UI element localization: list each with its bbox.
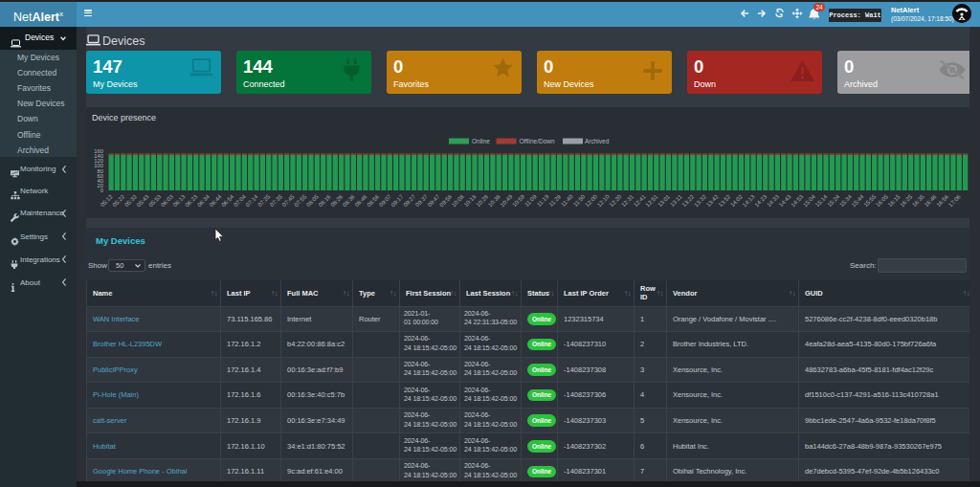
svg-text:16:25: 16:25 xyxy=(899,193,913,208)
svg-text:12:00: 12:00 xyxy=(584,193,598,208)
svg-text:05:12: 05:12 xyxy=(100,193,114,208)
svg-text:11:09: 11:09 xyxy=(523,193,538,208)
svg-text:12:41: 12:41 xyxy=(633,193,647,208)
svg-text:08:56: 08:56 xyxy=(366,193,380,208)
svg-text:07:25: 07:25 xyxy=(256,193,271,208)
svg-text:14:43: 14:43 xyxy=(778,193,792,208)
svg-text:07:14: 07:14 xyxy=(245,193,259,208)
svg-text:14:13: 14:13 xyxy=(742,193,756,208)
svg-text:Offline/Down: Offline/Down xyxy=(520,138,555,144)
svg-text:11:29: 11:29 xyxy=(548,193,563,208)
svg-text:15:14: 15:14 xyxy=(814,193,829,208)
svg-text:08:26: 08:26 xyxy=(329,193,344,208)
svg-text:06:54: 06:54 xyxy=(220,193,234,208)
svg-text:09:47: 09:47 xyxy=(427,193,441,208)
svg-text:11:19: 11:19 xyxy=(536,193,550,208)
svg-text:15:34: 15:34 xyxy=(838,193,853,208)
svg-text:05:22: 05:22 xyxy=(112,193,126,208)
svg-text:06:13: 06:13 xyxy=(172,193,187,208)
svg-text:16:46: 16:46 xyxy=(924,193,938,208)
svg-text:05:43: 05:43 xyxy=(136,193,150,208)
svg-text:07:35: 07:35 xyxy=(269,193,283,208)
svg-text:15:44: 15:44 xyxy=(851,193,865,208)
svg-text:14:23: 14:23 xyxy=(753,193,768,208)
svg-text:10:08: 10:08 xyxy=(451,193,465,208)
svg-text:15:24: 15:24 xyxy=(826,193,840,208)
svg-text:09:37: 09:37 xyxy=(414,193,429,208)
svg-text:14:33: 14:33 xyxy=(766,193,780,208)
svg-text:08:36: 08:36 xyxy=(342,193,356,208)
svg-text:13:52: 13:52 xyxy=(718,193,732,208)
svg-text:13:42: 13:42 xyxy=(705,193,720,208)
svg-text:13:22: 13:22 xyxy=(681,193,696,208)
svg-text:16:05: 16:05 xyxy=(875,193,889,208)
svg-text:07:55: 07:55 xyxy=(293,193,307,208)
svg-text:05:53: 05:53 xyxy=(147,193,162,208)
svg-text:10:28: 10:28 xyxy=(475,193,489,208)
svg-text:17:06: 17:06 xyxy=(947,193,962,208)
svg-text:05:32: 05:32 xyxy=(123,193,138,208)
svg-text:12:10: 12:10 xyxy=(596,193,611,208)
svg-text:0: 0 xyxy=(100,188,103,193)
svg-text:13:32: 13:32 xyxy=(693,193,707,208)
svg-text:15:04: 15:04 xyxy=(802,193,816,208)
svg-text:13:01: 13:01 xyxy=(657,193,671,208)
svg-text:14:53: 14:53 xyxy=(790,193,804,208)
svg-text:08:46: 08:46 xyxy=(354,193,368,208)
svg-text:12:31: 12:31 xyxy=(620,193,635,208)
svg-text:10:18: 10:18 xyxy=(463,193,478,208)
svg-text:06:34: 06:34 xyxy=(196,193,211,208)
svg-text:09:58: 09:58 xyxy=(438,193,453,208)
svg-text:08:05: 08:05 xyxy=(305,193,320,208)
svg-text:06:44: 06:44 xyxy=(209,193,223,208)
svg-text:06:03: 06:03 xyxy=(160,193,174,208)
svg-text:11:40: 11:40 xyxy=(560,193,574,208)
svg-text:Archived: Archived xyxy=(585,138,610,144)
svg-text:07:04: 07:04 xyxy=(233,193,247,208)
svg-text:12:51: 12:51 xyxy=(645,193,659,208)
svg-text:09:07: 09:07 xyxy=(378,193,392,208)
svg-text:07:45: 07:45 xyxy=(281,193,296,208)
svg-text:09:27: 09:27 xyxy=(402,193,416,208)
svg-text:09:17: 09:17 xyxy=(390,193,405,208)
svg-text:Online: Online xyxy=(472,138,490,144)
svg-text:12:20: 12:20 xyxy=(609,193,623,208)
svg-text:16:15: 16:15 xyxy=(887,193,902,208)
svg-text:14:02: 14:02 xyxy=(729,193,744,208)
svg-text:08:16: 08:16 xyxy=(318,193,332,208)
svg-text:10:49: 10:49 xyxy=(500,193,514,208)
svg-text:16:35: 16:35 xyxy=(911,193,925,208)
svg-text:10:38: 10:38 xyxy=(487,193,501,208)
svg-text:06:23: 06:23 xyxy=(184,193,198,208)
svg-text:16:56: 16:56 xyxy=(935,193,949,208)
svg-text:15:55: 15:55 xyxy=(862,193,877,208)
svg-text:10:59: 10:59 xyxy=(511,193,525,208)
